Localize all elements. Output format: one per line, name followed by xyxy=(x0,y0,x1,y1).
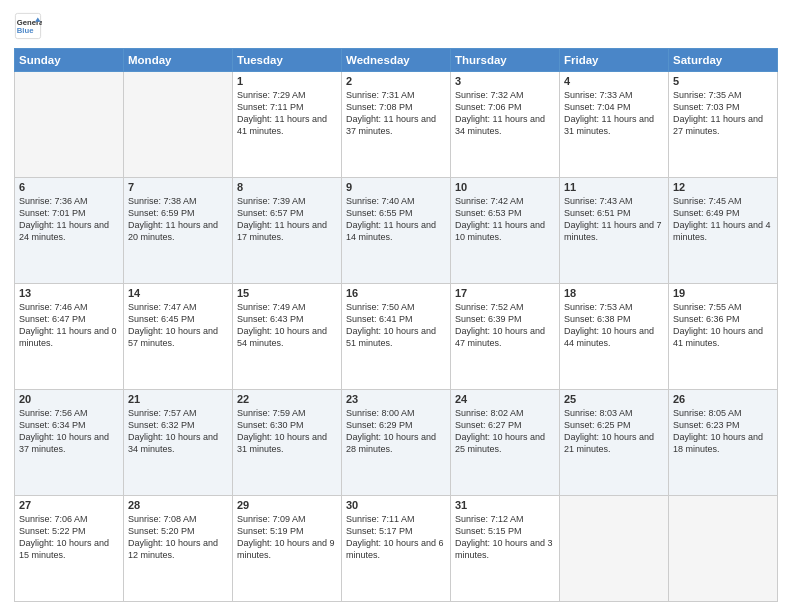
calendar-cell: 31Sunrise: 7:12 AMSunset: 5:15 PMDayligh… xyxy=(451,496,560,602)
day-number: 21 xyxy=(128,393,228,405)
cell-info: Sunrise: 7:29 AMSunset: 7:11 PMDaylight:… xyxy=(237,89,337,138)
cell-info: Sunrise: 8:02 AMSunset: 6:27 PMDaylight:… xyxy=(455,407,555,456)
cell-info: Sunrise: 7:40 AMSunset: 6:55 PMDaylight:… xyxy=(346,195,446,244)
day-number: 27 xyxy=(19,499,119,511)
day-number: 17 xyxy=(455,287,555,299)
calendar-table: SundayMondayTuesdayWednesdayThursdayFrid… xyxy=(14,48,778,602)
calendar-cell: 21Sunrise: 7:57 AMSunset: 6:32 PMDayligh… xyxy=(124,390,233,496)
day-number: 11 xyxy=(564,181,664,193)
calendar-cell: 26Sunrise: 8:05 AMSunset: 6:23 PMDayligh… xyxy=(669,390,778,496)
cell-info: Sunrise: 7:45 AMSunset: 6:49 PMDaylight:… xyxy=(673,195,773,244)
cell-info: Sunrise: 7:43 AMSunset: 6:51 PMDaylight:… xyxy=(564,195,664,244)
calendar-cell xyxy=(15,72,124,178)
calendar-week-row: 20Sunrise: 7:56 AMSunset: 6:34 PMDayligh… xyxy=(15,390,778,496)
calendar-cell: 10Sunrise: 7:42 AMSunset: 6:53 PMDayligh… xyxy=(451,178,560,284)
day-header-tuesday: Tuesday xyxy=(233,49,342,72)
cell-info: Sunrise: 7:52 AMSunset: 6:39 PMDaylight:… xyxy=(455,301,555,350)
cell-info: Sunrise: 7:39 AMSunset: 6:57 PMDaylight:… xyxy=(237,195,337,244)
calendar-cell: 2Sunrise: 7:31 AMSunset: 7:08 PMDaylight… xyxy=(342,72,451,178)
calendar-header-row: SundayMondayTuesdayWednesdayThursdayFrid… xyxy=(15,49,778,72)
day-number: 2 xyxy=(346,75,446,87)
calendar-cell xyxy=(669,496,778,602)
calendar-cell xyxy=(560,496,669,602)
day-number: 9 xyxy=(346,181,446,193)
cell-info: Sunrise: 8:00 AMSunset: 6:29 PMDaylight:… xyxy=(346,407,446,456)
day-number: 26 xyxy=(673,393,773,405)
cell-info: Sunrise: 7:11 AMSunset: 5:17 PMDaylight:… xyxy=(346,513,446,562)
cell-info: Sunrise: 8:03 AMSunset: 6:25 PMDaylight:… xyxy=(564,407,664,456)
calendar-cell: 17Sunrise: 7:52 AMSunset: 6:39 PMDayligh… xyxy=(451,284,560,390)
day-number: 4 xyxy=(564,75,664,87)
calendar-cell xyxy=(124,72,233,178)
calendar-cell: 8Sunrise: 7:39 AMSunset: 6:57 PMDaylight… xyxy=(233,178,342,284)
calendar-cell: 27Sunrise: 7:06 AMSunset: 5:22 PMDayligh… xyxy=(15,496,124,602)
calendar-week-row: 13Sunrise: 7:46 AMSunset: 6:47 PMDayligh… xyxy=(15,284,778,390)
calendar-cell: 22Sunrise: 7:59 AMSunset: 6:30 PMDayligh… xyxy=(233,390,342,496)
day-number: 16 xyxy=(346,287,446,299)
day-number: 31 xyxy=(455,499,555,511)
svg-text:Blue: Blue xyxy=(17,26,34,35)
day-number: 13 xyxy=(19,287,119,299)
calendar-cell: 29Sunrise: 7:09 AMSunset: 5:19 PMDayligh… xyxy=(233,496,342,602)
calendar-cell: 15Sunrise: 7:49 AMSunset: 6:43 PMDayligh… xyxy=(233,284,342,390)
calendar-cell: 14Sunrise: 7:47 AMSunset: 6:45 PMDayligh… xyxy=(124,284,233,390)
calendar-cell: 30Sunrise: 7:11 AMSunset: 5:17 PMDayligh… xyxy=(342,496,451,602)
day-number: 18 xyxy=(564,287,664,299)
cell-info: Sunrise: 7:53 AMSunset: 6:38 PMDaylight:… xyxy=(564,301,664,350)
logo-icon: General Blue xyxy=(14,12,42,40)
cell-info: Sunrise: 7:57 AMSunset: 6:32 PMDaylight:… xyxy=(128,407,228,456)
logo: General Blue xyxy=(14,12,45,40)
cell-info: Sunrise: 7:09 AMSunset: 5:19 PMDaylight:… xyxy=(237,513,337,562)
calendar-cell: 1Sunrise: 7:29 AMSunset: 7:11 PMDaylight… xyxy=(233,72,342,178)
cell-info: Sunrise: 7:49 AMSunset: 6:43 PMDaylight:… xyxy=(237,301,337,350)
calendar-cell: 13Sunrise: 7:46 AMSunset: 6:47 PMDayligh… xyxy=(15,284,124,390)
day-number: 10 xyxy=(455,181,555,193)
cell-info: Sunrise: 7:12 AMSunset: 5:15 PMDaylight:… xyxy=(455,513,555,562)
day-number: 23 xyxy=(346,393,446,405)
day-number: 28 xyxy=(128,499,228,511)
calendar-week-row: 27Sunrise: 7:06 AMSunset: 5:22 PMDayligh… xyxy=(15,496,778,602)
cell-info: Sunrise: 7:06 AMSunset: 5:22 PMDaylight:… xyxy=(19,513,119,562)
calendar-cell: 7Sunrise: 7:38 AMSunset: 6:59 PMDaylight… xyxy=(124,178,233,284)
day-number: 22 xyxy=(237,393,337,405)
cell-info: Sunrise: 7:33 AMSunset: 7:04 PMDaylight:… xyxy=(564,89,664,138)
calendar-cell: 24Sunrise: 8:02 AMSunset: 6:27 PMDayligh… xyxy=(451,390,560,496)
day-header-saturday: Saturday xyxy=(669,49,778,72)
cell-info: Sunrise: 7:08 AMSunset: 5:20 PMDaylight:… xyxy=(128,513,228,562)
calendar-week-row: 1Sunrise: 7:29 AMSunset: 7:11 PMDaylight… xyxy=(15,72,778,178)
calendar-week-row: 6Sunrise: 7:36 AMSunset: 7:01 PMDaylight… xyxy=(15,178,778,284)
day-number: 12 xyxy=(673,181,773,193)
day-number: 1 xyxy=(237,75,337,87)
cell-info: Sunrise: 7:50 AMSunset: 6:41 PMDaylight:… xyxy=(346,301,446,350)
calendar-cell: 4Sunrise: 7:33 AMSunset: 7:04 PMDaylight… xyxy=(560,72,669,178)
calendar-cell: 12Sunrise: 7:45 AMSunset: 6:49 PMDayligh… xyxy=(669,178,778,284)
day-number: 15 xyxy=(237,287,337,299)
day-number: 29 xyxy=(237,499,337,511)
day-number: 3 xyxy=(455,75,555,87)
calendar-cell: 9Sunrise: 7:40 AMSunset: 6:55 PMDaylight… xyxy=(342,178,451,284)
day-header-thursday: Thursday xyxy=(451,49,560,72)
calendar-cell: 25Sunrise: 8:03 AMSunset: 6:25 PMDayligh… xyxy=(560,390,669,496)
cell-info: Sunrise: 7:36 AMSunset: 7:01 PMDaylight:… xyxy=(19,195,119,244)
cell-info: Sunrise: 7:59 AMSunset: 6:30 PMDaylight:… xyxy=(237,407,337,456)
calendar-cell: 11Sunrise: 7:43 AMSunset: 6:51 PMDayligh… xyxy=(560,178,669,284)
day-number: 19 xyxy=(673,287,773,299)
calendar-cell: 5Sunrise: 7:35 AMSunset: 7:03 PMDaylight… xyxy=(669,72,778,178)
cell-info: Sunrise: 7:55 AMSunset: 6:36 PMDaylight:… xyxy=(673,301,773,350)
day-number: 8 xyxy=(237,181,337,193)
calendar-cell: 20Sunrise: 7:56 AMSunset: 6:34 PMDayligh… xyxy=(15,390,124,496)
day-header-wednesday: Wednesday xyxy=(342,49,451,72)
header: General Blue xyxy=(14,12,778,40)
calendar-cell: 28Sunrise: 7:08 AMSunset: 5:20 PMDayligh… xyxy=(124,496,233,602)
cell-info: Sunrise: 7:42 AMSunset: 6:53 PMDaylight:… xyxy=(455,195,555,244)
cell-info: Sunrise: 7:46 AMSunset: 6:47 PMDaylight:… xyxy=(19,301,119,350)
day-number: 6 xyxy=(19,181,119,193)
day-header-friday: Friday xyxy=(560,49,669,72)
day-header-monday: Monday xyxy=(124,49,233,72)
cell-info: Sunrise: 7:31 AMSunset: 7:08 PMDaylight:… xyxy=(346,89,446,138)
day-number: 5 xyxy=(673,75,773,87)
day-number: 30 xyxy=(346,499,446,511)
cell-info: Sunrise: 7:47 AMSunset: 6:45 PMDaylight:… xyxy=(128,301,228,350)
day-number: 24 xyxy=(455,393,555,405)
calendar-cell: 19Sunrise: 7:55 AMSunset: 6:36 PMDayligh… xyxy=(669,284,778,390)
